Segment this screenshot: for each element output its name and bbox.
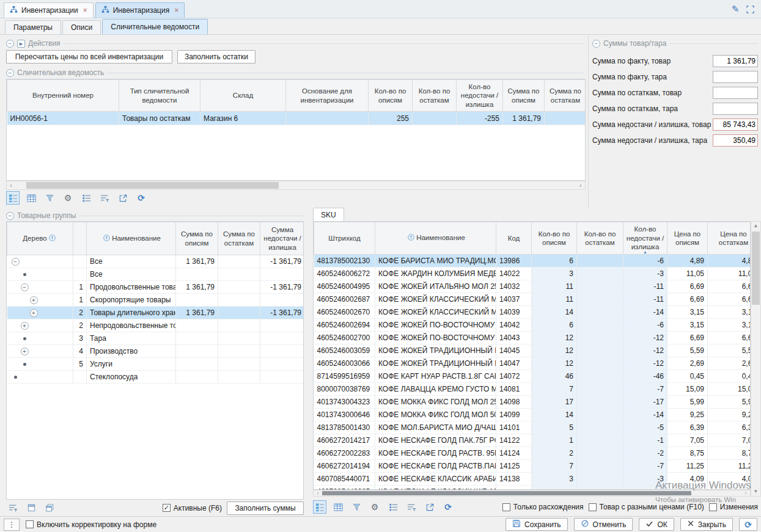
- sku-row[interactable]: 4605246006272КОФЕ ЖАРДИН КОЛУМБИЯ МЕДЕЛ.…: [314, 268, 751, 280]
- sku-cell[interactable]: 14101: [496, 421, 532, 434]
- sku-cell[interactable]: 3,15: [708, 319, 751, 332]
- sum-shortage-goods-input[interactable]: [713, 118, 758, 131]
- sku-row[interactable]: 4605246002670КОФЕ ЖОКЕЙ КЛАССИЧЕСКИЙ МО.…: [314, 306, 751, 319]
- group-name-cell[interactable]: Стеклопосуда: [87, 371, 176, 384]
- group-sum-rest-cell[interactable]: [218, 371, 260, 384]
- sku-cell[interactable]: [577, 421, 623, 434]
- tab-sku[interactable]: SKU: [313, 208, 344, 221]
- column-header[interactable]: Наименование: [87, 222, 176, 255]
- different-prices-checkbox[interactable]: ✓ Товар с разными ценами (F10): [589, 503, 704, 511]
- scrollbar-thumb[interactable]: [752, 231, 760, 305]
- sku-cell[interactable]: [577, 447, 623, 460]
- column-header[interactable]: Тип сличительной ведомости: [119, 80, 200, 112]
- sku-cell[interactable]: [577, 306, 623, 319]
- sku-cell[interactable]: -7: [623, 460, 667, 473]
- statement-cell[interactable]: 1 361,79: [503, 112, 545, 125]
- only-differences-checkbox[interactable]: ✓ Только расхождения: [502, 503, 584, 511]
- sku-cell[interactable]: КОФЕ МОККА ФИКС ГОЛД МОЛ 250: [375, 396, 496, 409]
- edit-pencil-icon[interactable]: ✎: [728, 2, 743, 16]
- sku-cell[interactable]: [577, 280, 623, 293]
- sku-cell[interactable]: 4013743004323: [314, 396, 375, 409]
- sku-cell[interactable]: 7: [532, 383, 577, 396]
- group-sum-diff-cell[interactable]: [260, 345, 304, 358]
- column-header[interactable]: Цена по описям: [667, 222, 708, 255]
- sku-cell[interactable]: 11,25: [708, 460, 751, 473]
- sku-row[interactable]: 4605246002687КОФЕ ЖОКЕЙ КЛАССИЧЕСКИЙ МО.…: [314, 293, 751, 306]
- group-sum-lists-cell[interactable]: 1 361,79: [176, 307, 218, 319]
- statement-row[interactable]: ИН00056-1Товары по остаткамМагазин 6255-…: [7, 112, 586, 125]
- sku-cell[interactable]: 4606272014217: [314, 434, 375, 447]
- sku-cell[interactable]: 15,09: [708, 383, 751, 396]
- sku-row[interactable]: 4606272014194КОФЕ НЕСКАФЕ ГОЛД РАСТВ.ПАК…: [314, 460, 751, 473]
- sku-cell[interactable]: 14098: [496, 396, 532, 409]
- sku-cell[interactable]: 4605246002670: [314, 306, 375, 319]
- sku-hscrollbar[interactable]: ‹ ›: [313, 490, 751, 497]
- group-name-cell[interactable]: Непродовольственные товары: [87, 319, 176, 332]
- sku-cell[interactable]: 2: [532, 447, 577, 460]
- sku-cell[interactable]: -5: [623, 421, 667, 434]
- refresh-icon[interactable]: ⟳: [134, 191, 148, 205]
- group-row[interactable]: 3Тара: [7, 332, 304, 345]
- group-name-cell[interactable]: Все: [87, 268, 176, 281]
- column-header[interactable]: Кол-во недостачи / излишка▲: [623, 222, 667, 255]
- sum-rest-tare-input[interactable]: [713, 103, 758, 115]
- sku-cell[interactable]: КОФЕ ЖОКЕЙ ПО-ВОСТОЧНОМУ М: [375, 332, 496, 344]
- close-button[interactable]: Закрыть: [680, 518, 733, 531]
- group-tree-cell[interactable]: [7, 332, 73, 345]
- sku-cell[interactable]: 12: [532, 332, 577, 344]
- column-header[interactable]: Наименование: [375, 222, 496, 255]
- scrollbar-thumb[interactable]: [26, 182, 279, 189]
- group-sum-rest-cell[interactable]: [218, 281, 260, 294]
- sku-row[interactable]: 4606272014217КОФЕ НЕСКАФЕ ГОЛД ПАК.75Г Р…: [314, 434, 751, 447]
- filter-rows-icon[interactable]: [6, 501, 20, 515]
- column-header[interactable]: Сумма по описям: [503, 80, 545, 112]
- column-header[interactable]: Внутренний номер: [7, 80, 119, 112]
- sku-row[interactable]: 4013743000646КОФЕ МОККА ФИКС ГОЛД МОЛ 50…: [314, 409, 751, 421]
- sku-cell[interactable]: КОФЕ ЖОКЕЙ КЛАССИЧЕСКИЙ МО.: [375, 293, 496, 306]
- scroll-down-icon[interactable]: ▼: [754, 487, 759, 496]
- group-tree-cell[interactable]: [7, 358, 73, 371]
- save-button[interactable]: Сохранить: [505, 518, 568, 531]
- sku-cell[interactable]: 12: [532, 344, 577, 357]
- sku-cell[interactable]: 14138: [496, 473, 532, 486]
- sku-cell[interactable]: 14022: [496, 268, 532, 280]
- sku-cell[interactable]: [577, 396, 623, 409]
- group-row[interactable]: +2Непродовольственные товары: [7, 319, 304, 332]
- group-name-cell[interactable]: Скоропортящие товары: [87, 294, 176, 307]
- group-sum-diff-cell[interactable]: [260, 319, 304, 332]
- filter-icon[interactable]: [43, 191, 56, 205]
- statement-cell[interactable]: [286, 112, 369, 125]
- sku-cell[interactable]: [577, 409, 623, 421]
- group-order-cell[interactable]: 3: [73, 332, 87, 345]
- sku-cell[interactable]: [496, 486, 532, 490]
- sku-cell[interactable]: 11,05: [708, 268, 751, 280]
- collapse-group-icon[interactable]: −: [592, 40, 600, 48]
- scroll-left-icon[interactable]: ‹: [314, 490, 322, 496]
- sku-cell[interactable]: 8,75: [708, 447, 751, 460]
- sku-row[interactable]: 8714599516959КОФЕ КАРТ НУАР РАСТВ.1.8Г C…: [314, 370, 751, 383]
- statement-cell[interactable]: [413, 112, 457, 125]
- checkbox-box[interactable]: ✓: [589, 503, 597, 511]
- sku-cell[interactable]: 5,99: [667, 396, 708, 409]
- sku-cell[interactable]: КОФЕ МОЛ.БАРИСТА МИО Д/ЧАШК: [375, 421, 496, 434]
- sku-cell[interactable]: 4605246006272: [314, 268, 375, 280]
- panels-stack-icon[interactable]: [43, 501, 56, 515]
- sort-filter-list-icon[interactable]: [98, 191, 111, 205]
- sku-cell[interactable]: [577, 357, 623, 370]
- tab-parameters[interactable]: Параметры: [5, 20, 61, 34]
- group-sum-lists-cell[interactable]: [176, 294, 218, 307]
- group-row[interactable]: +1Скоропортящие товары: [7, 294, 304, 307]
- ok-button[interactable]: ОК: [639, 518, 674, 531]
- filter-icon[interactable]: [350, 500, 363, 514]
- column-header[interactable]: Кол-во по остаткам: [413, 80, 457, 112]
- group-row[interactable]: +4Производство: [7, 345, 304, 358]
- sku-cell[interactable]: 14039: [496, 306, 532, 319]
- sku-cell[interactable]: 11: [532, 280, 577, 293]
- scrollbar-thumb[interactable]: [322, 491, 691, 495]
- group-tree-cell[interactable]: +: [7, 319, 73, 332]
- sku-cell[interactable]: -12: [623, 344, 667, 357]
- open-external-icon[interactable]: [423, 500, 436, 514]
- sku-cell[interactable]: 6: [532, 319, 577, 332]
- group-name-cell[interactable]: Производство: [87, 345, 176, 358]
- group-name-cell[interactable]: Тара: [87, 332, 176, 345]
